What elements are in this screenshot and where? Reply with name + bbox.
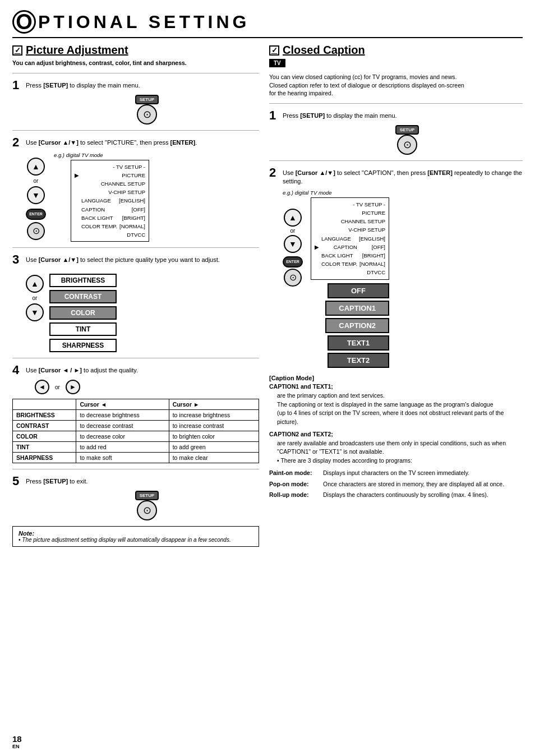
right-enter-btn[interactable]: ENTER bbox=[283, 256, 303, 268]
note-box: Note: • The picture adjustment setting d… bbox=[12, 526, 259, 547]
row-tint-right: to add green bbox=[169, 442, 259, 453]
right-menu-item-colortemp: COLOR TEMP.[NORMAL] bbox=[315, 260, 385, 268]
caption-opt-caption2[interactable]: CAPTION2 bbox=[325, 318, 389, 333]
right-step-2-header: 2 Use [Cursor ▲/▼] to select "CAPTION", … bbox=[269, 167, 523, 186]
caption-opt-text1[interactable]: TEXT1 bbox=[328, 335, 389, 351]
checkbox-icon-right: ✓ bbox=[269, 45, 279, 56]
setup-button-5[interactable]: SETUP bbox=[135, 491, 159, 500]
right-cursor-btns: ▲ or ▼ ENTER ⊙ bbox=[283, 209, 303, 287]
pop-on-label: Pop-on mode: bbox=[269, 480, 320, 489]
row-color-left: to decrease color bbox=[76, 431, 169, 442]
page-num-label: EN bbox=[12, 744, 22, 749]
step-2-num: 2 bbox=[12, 136, 22, 149]
left-step-1-header: 1 Press [SETUP] to display the main menu… bbox=[12, 79, 259, 91]
brightness-btn[interactable]: BRIGHTNESS bbox=[49, 274, 117, 287]
step3-down-btn[interactable]: ▼ bbox=[26, 303, 44, 321]
right-step-1-text: Press [SETUP] to display the main menu. bbox=[283, 109, 397, 120]
up-btn[interactable]: ▲ bbox=[27, 158, 45, 176]
caption2-heading: CAPTION2 and TEXT2; bbox=[269, 430, 523, 439]
table-row-tint: TINT to add red to add green bbox=[13, 442, 259, 453]
paint-on-mode: Paint-on mode: Displays input characters… bbox=[269, 469, 523, 478]
right-menu-item-vchip: V-CHIP SETUP bbox=[315, 225, 385, 234]
eg-label-left-2: e.g.) digital TV mode bbox=[54, 152, 149, 158]
header-title: PTIONAL SETTING bbox=[38, 12, 250, 33]
caption-options: OFF CAPTION1 CAPTION2 TEXT1 TEXT2 bbox=[311, 283, 389, 368]
left-title-text: Picture Adjustment bbox=[26, 44, 128, 57]
left-step-5-header: 5 Press [SETUP] to exit. bbox=[12, 475, 259, 487]
sharpness-btn[interactable]: SHARPNESS bbox=[49, 339, 117, 352]
left-step-1: 1 Press [SETUP] to display the main menu… bbox=[12, 79, 259, 125]
row-color-label: COLOR bbox=[13, 431, 76, 442]
table-row-brightness: BRIGHTNESS to decrease brightness to inc… bbox=[13, 410, 259, 421]
right-step-2-eg: e.g.) digital TV mode bbox=[283, 190, 523, 196]
right-arrow-btn[interactable]: ► bbox=[66, 380, 80, 394]
row-contrast-right: to increase contrast bbox=[169, 421, 259, 431]
page-header: O PTIONAL SETTING bbox=[12, 10, 523, 38]
right-menu-item-picture: PICTURE bbox=[315, 209, 385, 217]
right-enter-wrap: ENTER bbox=[283, 256, 303, 268]
right-title-text: Closed Caption bbox=[283, 44, 365, 57]
two-col-layout: ✓ Picture Adjustment You can adjust brig… bbox=[12, 44, 523, 547]
table-th-cursor-right: Cursor ► bbox=[169, 399, 259, 410]
left-column: ✓ Picture Adjustment You can adjust brig… bbox=[12, 44, 259, 547]
caption-opt-text2[interactable]: TEXT2 bbox=[328, 353, 389, 368]
right-step-2: 2 Use [Cursor ▲/▼] to select "CAPTION", … bbox=[269, 167, 523, 367]
table-row-color: COLOR to decrease color to brighten colo… bbox=[13, 431, 259, 442]
enter-btn[interactable]: ENTER bbox=[26, 209, 46, 220]
display-modes: Paint-on mode: Displays input characters… bbox=[269, 469, 523, 500]
divider-3 bbox=[12, 247, 259, 248]
right-subtitle: You can view closed captioning (cc) for … bbox=[269, 73, 523, 98]
right-menu-item-caption: CAPTION[OFF] bbox=[315, 243, 385, 251]
step-4-arrows: ◄ or ► bbox=[35, 380, 259, 394]
caption-opt-off[interactable]: OFF bbox=[328, 283, 389, 298]
table-row-sharpness: SHARPNESS to make soft to make clear bbox=[13, 453, 259, 463]
setup-btn-wrap-5: SETUP ⊙ bbox=[35, 491, 259, 520]
row-tint-left: to add red bbox=[76, 442, 169, 453]
step-3-content: ▲ or ▼ BRIGHTNESS CONTRAST COLOR TINT SH… bbox=[26, 269, 259, 352]
step3-or-label: or bbox=[33, 295, 38, 301]
right-step-2-num: 2 bbox=[269, 167, 279, 179]
paint-on-label: Paint-on mode: bbox=[269, 469, 320, 478]
right-setup-btn-wrap-1: SETUP ⊙ bbox=[292, 125, 523, 155]
header-letter: O bbox=[12, 10, 36, 34]
table-th-cursor-left: Cursor ◄ bbox=[76, 399, 169, 410]
down-btn[interactable]: ▼ bbox=[27, 186, 45, 204]
color-btn[interactable]: COLOR bbox=[49, 306, 117, 320]
row-brightness-right: to increase brightness bbox=[169, 410, 259, 421]
menu-item-language: LANGUAGE[ENGLISH] bbox=[75, 196, 145, 205]
right-divider-2 bbox=[269, 160, 523, 161]
right-divider-1 bbox=[269, 103, 523, 104]
right-up-btn[interactable]: ▲ bbox=[284, 209, 302, 227]
right-column: ✓ Closed Caption TV You can view closed … bbox=[269, 44, 523, 547]
menu-item-channel: CHANNEL SETUP bbox=[75, 179, 145, 188]
table-th-empty bbox=[13, 399, 76, 410]
contrast-btn[interactable]: CONTRAST bbox=[49, 290, 117, 303]
divider-1 bbox=[12, 73, 259, 73]
right-eg-label: e.g.) digital TV mode bbox=[283, 190, 523, 196]
caption-opt-caption1[interactable]: CAPTION1 bbox=[325, 301, 389, 316]
step-5-num: 5 bbox=[12, 475, 22, 487]
left-arrow-btn[interactable]: ◄ bbox=[35, 380, 49, 394]
page-number: 18 EN bbox=[12, 734, 22, 749]
row-sharpness-label: SHARPNESS bbox=[13, 453, 76, 463]
pop-on-text: Once characters are stored in memory, th… bbox=[323, 480, 504, 489]
roll-up-text: Displays the characters continuously by … bbox=[323, 491, 488, 500]
menu-item-caption: CAPTION[OFF] bbox=[75, 205, 145, 214]
left-section-title: ✓ Picture Adjustment bbox=[12, 44, 259, 57]
right-step-2-text: Use [Cursor ▲/▼] to select "CAPTION", th… bbox=[283, 167, 523, 186]
table-row-contrast: CONTRAST to decrease contrast to increas… bbox=[13, 421, 259, 431]
divider-5 bbox=[12, 469, 259, 469]
table-header-row: Cursor ◄ Cursor ► bbox=[13, 399, 259, 410]
right-section-title: ✓ Closed Caption bbox=[269, 44, 523, 57]
right-down-btn[interactable]: ▼ bbox=[284, 235, 302, 253]
setup-button-1[interactable]: SETUP bbox=[135, 95, 159, 104]
step3-up-btn[interactable]: ▲ bbox=[26, 275, 44, 293]
tint-btn[interactable]: TINT bbox=[49, 322, 117, 336]
right-step-2-content: ▲ or ▼ ENTER ⊙ - TV SETUP - PICTURE CHAN… bbox=[283, 197, 523, 368]
right-menu-item-tv-setup: - TV SETUP - bbox=[315, 200, 385, 209]
right-menu-and-captions: - TV SETUP - PICTURE CHANNEL SETUP V-CHI… bbox=[311, 197, 389, 368]
right-setup-icon-1: ⊙ bbox=[397, 135, 417, 155]
menu-item-backlight: BACK LIGHT[BRIGHT] bbox=[75, 214, 145, 222]
setup-icon-5: ⊙ bbox=[137, 500, 157, 520]
right-setup-button-1[interactable]: SETUP bbox=[395, 125, 419, 135]
